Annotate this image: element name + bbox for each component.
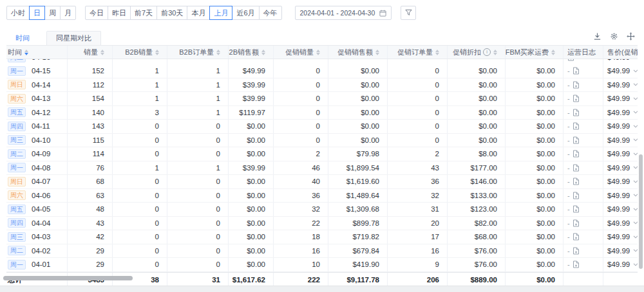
quick-range-button[interactable]: 本月 — [187, 6, 210, 20]
add-log-icon[interactable] — [573, 219, 580, 227]
price-chevron-icon[interactable] — [633, 111, 638, 114]
price-chevron-icon[interactable] — [633, 83, 638, 86]
table-row: 周一04-012900$0.0010$419.909$76.00$0.00-$4… — [6, 258, 638, 272]
price-chevron-icon[interactable] — [633, 152, 638, 156]
column-header-b2b_orders[interactable]: B2B订单量 — [167, 46, 229, 59]
granularity-button[interactable]: 小时 — [6, 6, 30, 20]
cell-b2b_orders: 1 — [167, 78, 229, 92]
price-chevron-icon[interactable] — [633, 166, 638, 169]
cell-b2b_qty: 0 — [113, 134, 167, 147]
cell-price: $49.99 — [603, 64, 638, 78]
tab-inactive[interactable]: 同星期对比 — [46, 31, 101, 45]
filter-button[interactable] — [401, 6, 416, 20]
price-chevron-icon[interactable] — [633, 180, 638, 183]
cell-price: $49.99 — [603, 147, 638, 161]
fullscreen-icon[interactable] — [627, 32, 635, 41]
quick-range-button[interactable]: 近6月 — [232, 6, 259, 20]
cell-b2b_orders: 0 — [167, 120, 229, 133]
cell-promo_amount: $1,899.54 — [328, 161, 388, 175]
add-log-icon[interactable] — [573, 260, 580, 268]
add-log-icon[interactable] — [567, 59, 574, 61]
add-log-icon[interactable] — [573, 164, 580, 172]
quick-range-button[interactable]: 上月 — [209, 6, 232, 20]
column-header-promo_qty[interactable]: 促销销量 — [274, 46, 328, 59]
cell-log: - — [564, 147, 603, 161]
add-log-icon[interactable] — [573, 247, 580, 255]
cell-promo_qty: 40 — [274, 175, 328, 188]
table-row: 周六04-066300$0.0036$1,489.6432$133.00$0.0… — [6, 189, 638, 203]
toolbar: 小时日周月 今日昨日前7天前30天本月上月近6月今年 2024-04-01 - … — [6, 6, 416, 20]
cell-b2b_orders: 0 — [167, 230, 229, 244]
column-header-promo_amount[interactable]: 促销销售额 — [328, 46, 388, 59]
price-chevron-icon[interactable] — [633, 194, 638, 197]
cell-log: - — [564, 203, 603, 216]
column-header-b2b_amount[interactable]: B2B销售额 — [229, 46, 274, 59]
add-log-icon[interactable] — [573, 150, 580, 158]
granularity-button[interactable]: 周 — [44, 6, 61, 20]
weekday-badge: 周一 — [8, 163, 26, 172]
price-chevron-icon[interactable] — [633, 97, 638, 100]
date-label: 04-11 — [32, 122, 50, 130]
sort-down-caret — [435, 53, 439, 55]
horizontal-scrollbar-thumb[interactable] — [3, 276, 133, 280]
info-icon[interactable]: i — [483, 48, 491, 56]
quick-range-group: 今日昨日前7天前30天本月上月近6月今年 — [85, 6, 282, 20]
cell-b2b_qty: 1 — [113, 64, 167, 78]
column-header-promo_orders[interactable]: 促销订单量 — [388, 46, 448, 59]
settings-icon[interactable] — [610, 32, 618, 41]
cell-fbm_fee: $0.00 — [506, 92, 564, 105]
add-log-icon[interactable] — [573, 122, 580, 130]
add-log-icon[interactable] — [573, 67, 580, 75]
date-range-picker[interactable]: 2024-04-01 - 2024-04-30 — [295, 6, 392, 20]
column-header-sales[interactable]: 销量 — [68, 46, 113, 59]
price-chevron-icon[interactable] — [633, 263, 638, 266]
sort-up-caret — [24, 50, 28, 52]
sort-down-caret — [316, 53, 320, 55]
add-log-icon[interactable] — [573, 192, 580, 199]
no-log-dash: - — [567, 67, 570, 75]
add-log-icon[interactable] — [573, 95, 580, 102]
add-log-icon[interactable] — [573, 81, 580, 89]
price-chevron-icon[interactable] — [633, 138, 638, 141]
cell-fbm_fee: $0.00 — [506, 230, 564, 244]
price-chevron-icon[interactable] — [633, 208, 638, 211]
quick-range-button[interactable]: 前30天 — [156, 6, 187, 20]
cell-promo_qty: 0 — [274, 120, 328, 133]
price-value: $49.99 — [607, 122, 630, 130]
price-chevron-icon[interactable] — [633, 235, 638, 239]
cell-b2b_orders: 1 — [167, 161, 229, 175]
cell-promo_amount — [328, 59, 388, 64]
quick-range-button[interactable]: 前7天 — [130, 6, 157, 20]
cell-b2b_orders: 0 — [167, 147, 229, 161]
weekday-badge: 周五 — [8, 107, 26, 117]
add-log-icon[interactable] — [573, 233, 580, 241]
download-icon[interactable] — [593, 32, 601, 41]
column-header-time[interactable]: 时间 — [6, 46, 68, 59]
add-log-icon[interactable] — [573, 178, 580, 185]
column-header-b2b_qty[interactable]: B2B销量 — [113, 46, 167, 59]
date-label: 04-07 — [32, 178, 50, 185]
column-header-fbm_fee[interactable]: FBM买家运费 — [506, 46, 564, 59]
quick-range-button[interactable]: 昨日 — [108, 6, 131, 20]
add-log-icon[interactable] — [573, 109, 580, 116]
vertical-scrollbar-thumb[interactable] — [639, 154, 643, 269]
cell-promo_discount: $0.00 — [448, 134, 506, 147]
granularity-button[interactable]: 日 — [29, 6, 45, 20]
quick-range-button[interactable]: 今年 — [259, 6, 282, 20]
column-label: 促销销量 — [285, 48, 314, 57]
price-chevron-icon[interactable] — [633, 249, 638, 252]
column-header-promo_discount[interactable]: 促销折扣i — [448, 46, 506, 59]
sort-up-caret — [493, 50, 497, 52]
add-log-icon[interactable] — [573, 205, 580, 213]
tab-active[interactable]: 时间 — [6, 32, 39, 45]
quick-range-button[interactable]: 今日 — [85, 6, 108, 20]
price-chevron-icon[interactable] — [633, 69, 638, 73]
no-log-dash: - — [567, 192, 570, 199]
price-chevron-icon[interactable] — [633, 125, 638, 128]
granularity-button[interactable]: 月 — [60, 6, 76, 20]
price-value: $49.99 — [607, 109, 630, 116]
price-chevron-icon[interactable] — [633, 221, 638, 224]
add-log-icon[interactable] — [573, 136, 580, 144]
cell-price: $49.99 — [603, 230, 638, 244]
no-log-dash: - — [567, 219, 570, 227]
